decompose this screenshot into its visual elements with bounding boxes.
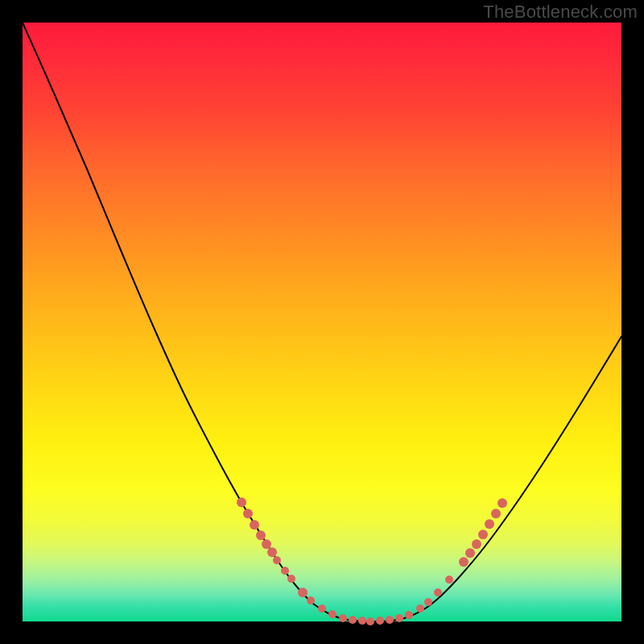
bead-marker xyxy=(445,576,453,584)
bead-marker xyxy=(416,605,424,613)
bead-marker xyxy=(328,610,336,618)
bead-marker xyxy=(459,557,469,567)
bead-marker xyxy=(478,530,488,539)
bead-marker xyxy=(256,530,266,540)
bead-marker xyxy=(434,588,442,597)
bead-marker xyxy=(281,567,289,575)
bead-marker xyxy=(465,548,475,558)
bead-marker xyxy=(287,575,295,583)
bead-marker xyxy=(307,597,315,605)
bead-marker xyxy=(250,520,259,530)
bead-marker xyxy=(366,617,374,625)
bead-marker xyxy=(424,598,432,606)
chart-overlay xyxy=(23,23,621,621)
bead-marker xyxy=(395,614,403,622)
bead-marker xyxy=(491,509,501,518)
bead-marker xyxy=(273,556,281,564)
watermark-text: TheBottleneck.com xyxy=(483,2,638,23)
bottleneck-curve xyxy=(23,23,621,621)
bead-marker xyxy=(298,588,308,597)
bead-marker xyxy=(376,617,384,625)
bead-marker xyxy=(318,605,326,613)
bead-marker xyxy=(262,539,271,549)
bead-marker xyxy=(339,614,347,622)
bead-marker xyxy=(349,616,357,624)
bead-marker xyxy=(243,509,253,518)
bead-markers xyxy=(237,497,507,625)
bead-marker xyxy=(405,611,413,619)
bead-marker xyxy=(358,617,366,625)
bead-marker xyxy=(497,498,507,508)
bead-marker xyxy=(472,539,481,549)
bead-marker xyxy=(386,616,394,624)
bead-marker xyxy=(237,497,246,507)
bead-marker xyxy=(485,519,494,529)
bead-marker xyxy=(267,547,277,557)
